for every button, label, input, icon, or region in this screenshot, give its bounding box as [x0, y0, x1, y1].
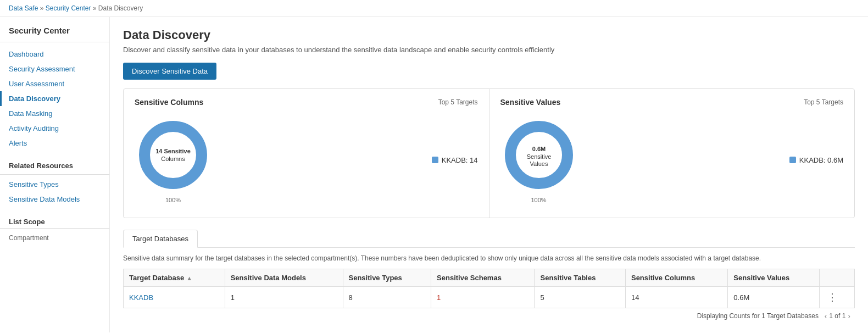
cell-sensitive-schemas: 1 — [431, 287, 535, 308]
sensitive-columns-donut-wrapper: 14 Sensitive Columns 100% — [135, 116, 212, 203]
sensitive-values-legend-dot — [789, 157, 796, 163]
sidebar-item-security-assessment[interactable]: Security Assessment — [0, 62, 109, 76]
svg-text:Values: Values — [530, 160, 548, 167]
summary-text: Sensitive data summary for the target da… — [123, 254, 855, 262]
breadcrumb-security-center[interactable]: Security Center — [46, 4, 91, 12]
col-sensitive-types: Sensitive Types — [343, 269, 431, 287]
col-sensitive-values: Sensitive Values — [728, 269, 820, 287]
pagination-bar: Displaying Counts for 1 Target Databases… — [123, 308, 855, 321]
main-content: Data Discovery Discover and classify sen… — [110, 17, 868, 332]
page-description: Discover and classify sensitive data in … — [123, 46, 855, 54]
related-resources-title: Related Resources — [0, 155, 109, 175]
charts-panel: Sensitive Columns Top 5 Targets 14 Sensi… — [123, 88, 855, 218]
svg-text:Sensitive: Sensitive — [526, 153, 551, 160]
pagination-next-button[interactable]: › — [845, 312, 853, 320]
sidebar-title: Security Center — [0, 26, 109, 42]
pagination-prev-button[interactable]: ‹ — [822, 312, 830, 320]
breadcrumb-current: Data Discovery — [98, 4, 143, 12]
sensitive-columns-percent: 100% — [165, 197, 181, 203]
table-row: KKADB 1 8 1 5 14 0.6M ⋮ — [124, 287, 855, 308]
sensitive-columns-title: Sensitive Columns — [135, 98, 203, 107]
sidebar-item-data-discovery[interactable]: Data Discovery — [0, 91, 109, 106]
compartment-label: Compartment — [0, 231, 109, 245]
svg-text:Columns: Columns — [161, 156, 185, 162]
cell-sensitive-columns: 14 — [625, 287, 727, 308]
cell-more-actions: ⋮ — [820, 287, 855, 308]
cell-sensitive-tables: 5 — [535, 287, 625, 308]
sort-arrow-target-database[interactable]: ▲ — [186, 275, 192, 281]
svg-text:0.6M: 0.6M — [532, 146, 545, 152]
cell-sensitive-types: 8 — [343, 287, 431, 308]
sensitive-values-chart: Sensitive Values Top 5 Targets 0.6M Sens… — [489, 89, 855, 218]
col-sensitive-tables: Sensitive Tables — [535, 269, 625, 287]
tab-target-databases[interactable]: Target Databases — [123, 230, 198, 248]
page-title: Data Discovery — [123, 28, 855, 42]
sensitive-columns-chart: Sensitive Columns Top 5 Targets 14 Sensi… — [124, 89, 489, 218]
cell-sensitive-data-models: 1 — [225, 287, 343, 308]
sensitive-values-top-targets: Top 5 Targets — [804, 98, 843, 106]
pagination-page-info: 1 of 1 — [829, 312, 845, 320]
sensitive-columns-legend-label: KKADB: 14 — [442, 156, 478, 164]
tab-bar: Target Databases — [123, 229, 855, 248]
sidebar-item-alerts[interactable]: Alerts — [0, 136, 109, 151]
kkadb-link[interactable]: KKADB — [129, 293, 153, 302]
sensitive-values-donut-wrapper: 0.6M Sensitive Values 100% — [500, 116, 577, 203]
sensitive-columns-legend: KKADB: 14 — [432, 156, 478, 164]
cell-sensitive-values: 0.6M — [728, 287, 820, 308]
target-databases-table: Target Database ▲ Sensitive Data Models … — [123, 269, 855, 308]
breadcrumb-sep-1: » — [40, 4, 46, 12]
pagination-display-text: Displaying Counts for 1 Target Databases — [697, 312, 819, 320]
sidebar-item-data-masking[interactable]: Data Masking — [0, 106, 109, 121]
sensitive-columns-legend-dot — [432, 157, 438, 163]
sensitive-values-donut: 0.6M Sensitive Values — [500, 116, 577, 193]
col-sensitive-data-models: Sensitive Data Models — [225, 269, 343, 287]
sidebar-item-activity-auditing[interactable]: Activity Auditing — [0, 121, 109, 136]
sensitive-values-title: Sensitive Values — [500, 98, 561, 107]
discover-sensitive-data-button[interactable]: Discover Sensitive Data — [123, 63, 216, 80]
sidebar: Security Center Dashboard Security Asses… — [0, 17, 110, 332]
list-scope-title: List Scope — [0, 211, 109, 229]
col-target-database: Target Database ▲ — [124, 269, 225, 287]
sidebar-item-user-assessment[interactable]: User Assessment — [0, 76, 109, 91]
sensitive-columns-donut: 14 Sensitive Columns — [135, 116, 212, 193]
sidebar-item-sensitive-data-models[interactable]: Sensitive Data Models — [0, 192, 109, 207]
svg-text:14 Sensitive: 14 Sensitive — [155, 148, 191, 154]
sidebar-item-dashboard[interactable]: Dashboard — [0, 47, 109, 62]
row-more-button[interactable]: ⋮ — [825, 291, 839, 303]
sensitive-values-legend: KKADB: 0.6M — [789, 156, 843, 164]
col-sensitive-columns: Sensitive Columns — [625, 269, 727, 287]
breadcrumb-data-safe[interactable]: Data Safe — [9, 4, 38, 12]
breadcrumb: Data Safe » Security Center » Data Disco… — [0, 0, 868, 17]
sidebar-item-sensitive-types[interactable]: Sensitive Types — [0, 177, 109, 192]
col-sensitive-schemas: Sensitive Schemas — [431, 269, 535, 287]
breadcrumb-sep-2: » — [93, 4, 98, 12]
sensitive-values-percent: 100% — [531, 197, 546, 203]
sensitive-values-legend-label: KKADB: 0.6M — [799, 156, 843, 164]
cell-target-database: KKADB — [124, 287, 225, 308]
col-actions — [820, 269, 855, 287]
sensitive-columns-top-targets: Top 5 Targets — [438, 98, 478, 106]
